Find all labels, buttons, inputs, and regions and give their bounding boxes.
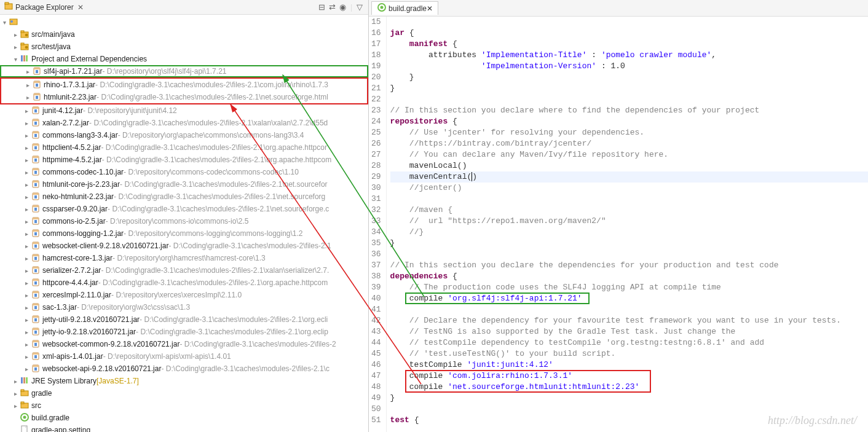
code-line[interactable]: // testCompile dependency to testCompile…: [390, 337, 868, 348]
twisty-icon[interactable]: ▸: [22, 304, 31, 311]
twisty-icon[interactable]: ▸: [22, 144, 31, 151]
twisty-icon[interactable]: ▸: [23, 68, 32, 75]
code-line[interactable]: [390, 404, 868, 415]
twisty-icon[interactable]: ▸: [11, 378, 20, 385]
twisty-icon[interactable]: ▸: [11, 403, 20, 409]
tree-item[interactable]: ▸src/main/java: [0, 28, 368, 41]
code-line[interactable]: //}: [390, 227, 868, 238]
code-line[interactable]: dependencies {: [390, 271, 868, 282]
twisty-icon[interactable]: ▸: [22, 329, 31, 336]
code-line[interactable]: mavenCentral(): [390, 171, 868, 183]
tree-item[interactable]: ▸commons-logging-1.2.jar - D:\repository…: [0, 227, 368, 240]
tree-item[interactable]: ▸websocket-client-9.2.18.v20160721.jar -…: [0, 240, 368, 252]
tree-item[interactable]: ▸sac-1.3.jar - D:\repository\org\w3c\css…: [0, 301, 368, 313]
twisty-icon[interactable]: ▸: [22, 108, 31, 114]
code-line[interactable]: testCompile 'junit:junit:4.12': [390, 359, 868, 371]
code-line[interactable]: [390, 194, 868, 205]
code-line[interactable]: mavenLocal(): [390, 160, 868, 171]
twisty-icon[interactable]: ▸: [22, 353, 31, 360]
code-line[interactable]: }: [390, 393, 868, 404]
code-line[interactable]: //maven {: [390, 205, 868, 216]
code-line[interactable]: // In this section you declare the depen…: [390, 260, 868, 271]
link-editor-icon[interactable]: ⇄: [329, 2, 336, 12]
code-line[interactable]: //https://bintray.com/bintray/jcenter/: [390, 138, 868, 149]
code-area[interactable]: jar { manifest { attributes 'Implementat…: [387, 17, 868, 432]
tree-item[interactable]: ▸commons-io-2.5.jar - D:\repository\comm…: [0, 215, 368, 227]
twisty-icon[interactable]: ▸: [11, 390, 20, 397]
twisty-icon[interactable]: ▸: [22, 218, 31, 225]
tree-item[interactable]: ▸xalan-2.7.2.jar - D:\Coding\gradle-3.1\…: [0, 117, 368, 129]
close-icon[interactable]: ✕: [77, 3, 84, 12]
code-line[interactable]: manifest {: [390, 39, 868, 50]
tree-item[interactable]: ▸neko-htmlunit-2.23.jar - D:\Coding\grad…: [0, 190, 368, 203]
code-line[interactable]: [390, 249, 868, 260]
code-line[interactable]: // Use 'jcenter' for resolving your depe…: [390, 127, 868, 138]
code-line[interactable]: [390, 94, 868, 105]
twisty-icon[interactable]: ▸: [23, 94, 32, 101]
editor-tab-build-gradle[interactable]: build.gradle ✕: [371, 1, 438, 15]
twisty-icon[interactable]: ▸: [22, 316, 31, 323]
twisty-icon[interactable]: ▸: [23, 82, 32, 88]
project-tree[interactable]: ▾▸src/main/java▸src/test/java▾Project an…: [0, 15, 368, 432]
tree-item[interactable]: ▸serializer-2.7.2.jar - D:\Coding\gradle…: [0, 264, 368, 277]
tree-item[interactable]: ▸htmlunit-core-js-2.23.jar - D:\Coding\g…: [0, 178, 368, 190]
code-line[interactable]: // You can declare any Maven/Ivy/file re…: [390, 149, 868, 160]
tree-item[interactable]: ▸junit-4.12.jar - D:\repository\junit\ju…: [0, 104, 368, 117]
tree-item[interactable]: build.gradle: [0, 412, 368, 424]
twisty-icon[interactable]: ▸: [22, 169, 31, 176]
tree-item[interactable]: ▾Project and External Dependencies: [0, 53, 368, 65]
tree-item[interactable]: ▸websocket-api-9.2.18.v20160721.jar - D:…: [0, 363, 368, 375]
code-line[interactable]: // TestNG is also supported by the Gradl…: [390, 326, 868, 337]
focus-task-icon[interactable]: ◉: [339, 2, 346, 12]
collapse-all-icon[interactable]: ⊟: [318, 2, 325, 12]
tree-item[interactable]: ▸JRE System Library [JavaSE-1.7]: [0, 375, 368, 387]
tree-item[interactable]: ▸httpcore-4.4.4.jar - D:\Coding\gradle-3…: [0, 277, 368, 289]
twisty-icon[interactable]: ▸: [11, 44, 20, 50]
tree-item[interactable]: ▸httpmime-4.5.2.jar - D:\Coding\gradle-3…: [0, 154, 368, 166]
code-line[interactable]: // In this section you declare where to …: [390, 105, 868, 116]
code-line[interactable]: }: [390, 83, 868, 94]
twisty-icon[interactable]: ▸: [22, 132, 31, 139]
close-tab-icon[interactable]: ✕: [427, 4, 433, 13]
twisty-icon[interactable]: ▸: [22, 230, 31, 237]
code-line[interactable]: }: [390, 238, 868, 249]
tree-item[interactable]: ▸xml-apis-1.4.01.jar - D:\repository\xml…: [0, 350, 368, 363]
code-line[interactable]: // The production code uses the SLF4J lo…: [390, 282, 868, 293]
tree-item[interactable]: ▸htmlunit-2.23.jar - D:\Coding\gradle-3.…: [1, 91, 367, 103]
twisty-icon[interactable]: ▸: [22, 243, 31, 249]
tree-item[interactable]: ▾: [0, 16, 368, 28]
tree-item[interactable]: ▸httpclient-4.5.2.jar - D:\Coding\gradle…: [0, 141, 368, 154]
twisty-icon[interactable]: ▾: [0, 19, 9, 26]
tree-item[interactable]: ▸hamcrest-core-1.3.jar - D:\repository\o…: [0, 252, 368, 264]
twisty-icon[interactable]: ▸: [22, 341, 31, 348]
tree-item[interactable]: ▸commons-codec-1.10.jar - D:\repository\…: [0, 166, 368, 178]
twisty-icon[interactable]: ▸: [22, 267, 31, 274]
twisty-icon[interactable]: ▸: [22, 181, 31, 188]
code-editor[interactable]: 1516171819202122232425262728293031323334…: [369, 17, 868, 432]
tree-item[interactable]: ▸commons-lang3-3.4.jar - D:\repository\o…: [0, 129, 368, 141]
code-line[interactable]: // 'test.useTestNG()' to your build scri…: [390, 348, 868, 359]
tree-item[interactable]: ▸xercesImpl-2.11.0.jar - D:\repository\x…: [0, 289, 368, 301]
twisty-icon[interactable]: ▸: [22, 206, 31, 213]
tree-item[interactable]: ▸slf4j-api-1.7.21.jar - D:\repository\or…: [0, 65, 368, 77]
twisty-icon[interactable]: ▸: [22, 280, 31, 286]
twisty-icon[interactable]: ▸: [22, 157, 31, 163]
tree-item[interactable]: ▸rhino-1.7.3.1.jar - D:\Coding\gradle-3.…: [1, 79, 367, 91]
twisty-icon[interactable]: ▸: [22, 120, 31, 127]
code-line[interactable]: jar {: [390, 28, 868, 39]
tree-item[interactable]: ▸websocket-common-9.2.18.v20160721.jar -…: [0, 338, 368, 350]
tree-item[interactable]: gradle-app.setting: [0, 424, 368, 432]
twisty-icon[interactable]: ▸: [22, 255, 31, 262]
code-line[interactable]: [390, 304, 868, 315]
view-menu-icon[interactable]: ▽: [357, 2, 363, 12]
code-line[interactable]: [390, 17, 868, 28]
code-line[interactable]: // url "https://repo1.maven.org/maven2/": [390, 216, 868, 227]
tree-item[interactable]: ▸jetty-util-9.2.18.v20160721.jar - D:\Co…: [0, 313, 368, 326]
code-line[interactable]: }: [390, 72, 868, 83]
tree-item[interactable]: ▸src/test/java: [0, 41, 368, 53]
code-line[interactable]: //jcenter(): [390, 183, 868, 194]
twisty-icon[interactable]: ▸: [22, 194, 31, 200]
code-line[interactable]: // Declare the dependency for your favou…: [390, 315, 868, 326]
code-line[interactable]: attributes 'Implementation-Title' : 'pom…: [390, 50, 868, 61]
tree-item[interactable]: ▸cssparser-0.9.20.jar - D:\Coding\gradle…: [0, 203, 368, 215]
